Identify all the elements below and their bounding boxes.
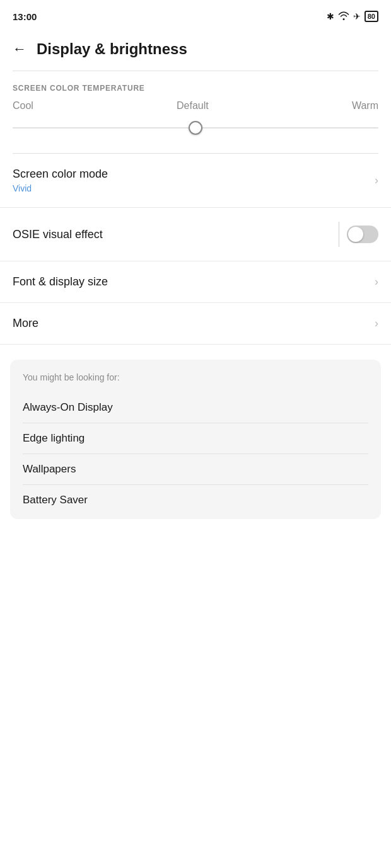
- osie-toggle[interactable]: [347, 226, 378, 243]
- status-icons: ✱ ✈ 80: [327, 11, 378, 22]
- wifi-icon: [338, 11, 349, 22]
- color-temp-slider-container: Cool Default Warm: [0, 100, 391, 153]
- airplane-icon: ✈: [353, 11, 361, 21]
- osie-toggle-thumb: [348, 227, 363, 242]
- screen-color-mode-subtitle: Vivid: [13, 183, 108, 193]
- temp-labels: Cool Default Warm: [13, 100, 378, 111]
- font-display-size-row[interactable]: Font & display size ›: [0, 261, 391, 303]
- color-temp-slider[interactable]: [13, 118, 378, 138]
- more-chevron: ›: [375, 317, 378, 330]
- font-display-size-title: Font & display size: [13, 275, 108, 288]
- more-row[interactable]: More ›: [0, 303, 391, 345]
- suggestion-edge-lighting[interactable]: Edge lighting: [23, 423, 368, 454]
- osie-visual-effect-title: OSIE visual effect: [13, 228, 103, 241]
- battery-icon: 80: [365, 11, 378, 22]
- status-time: 13:00: [13, 11, 37, 22]
- osie-separator: [339, 222, 339, 247]
- screen-color-mode-left: Screen color mode Vivid: [13, 168, 108, 193]
- bluetooth-icon: ✱: [327, 11, 334, 21]
- osie-right: [339, 222, 378, 247]
- suggestion-wallpapers[interactable]: Wallpapers: [23, 454, 368, 485]
- slider-thumb[interactable]: [189, 121, 202, 135]
- osie-visual-effect-row: OSIE visual effect: [0, 208, 391, 261]
- font-display-size-chevron: ›: [375, 275, 378, 288]
- default-label: Default: [177, 100, 209, 111]
- cool-label: Cool: [13, 100, 33, 111]
- section-label-color-temp: SCREEN COLOR TEMPERATURE: [0, 71, 391, 100]
- suggestion-battery-saver[interactable]: Battery Saver: [23, 485, 368, 506]
- page-title: Display & brightness: [37, 40, 187, 58]
- back-button[interactable]: ←: [13, 41, 26, 57]
- status-bar: 13:00 ✱ ✈ 80: [0, 0, 391, 30]
- screen-color-mode-chevron: ›: [375, 174, 378, 187]
- screen-color-mode-row[interactable]: Screen color mode Vivid ›: [0, 154, 391, 208]
- suggestion-always-on-display[interactable]: Always-On Display: [23, 392, 368, 423]
- header: ← Display & brightness: [0, 30, 391, 71]
- suggestions-box: You might be looking for: Always-On Disp…: [10, 360, 381, 519]
- suggestions-label: You might be looking for:: [23, 372, 368, 382]
- screen-color-mode-title: Screen color mode: [13, 168, 108, 181]
- more-title: More: [13, 317, 38, 330]
- warm-label: Warm: [352, 100, 378, 111]
